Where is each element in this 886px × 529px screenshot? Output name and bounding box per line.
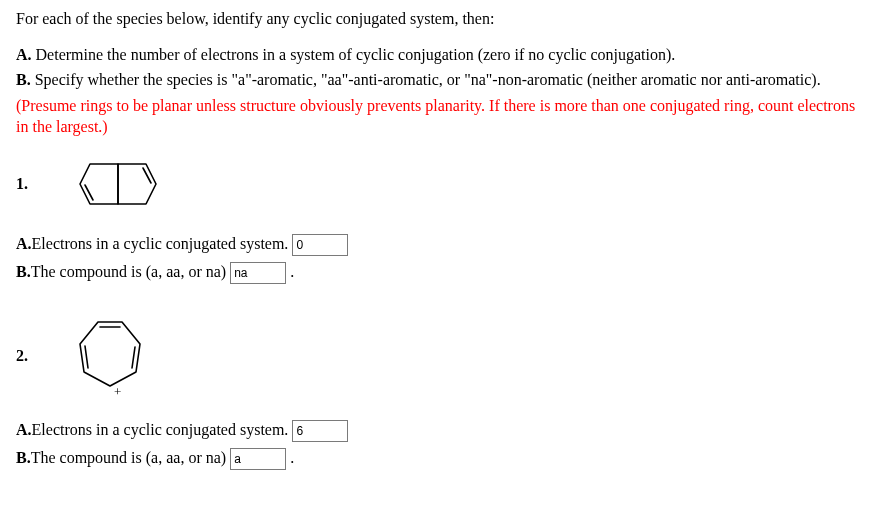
structure-1-icon	[66, 156, 176, 212]
part-b-text: B. Specify whether the species is "a"-ar…	[16, 69, 870, 91]
svg-marker-1	[118, 164, 156, 204]
structure-2-icon: +	[66, 314, 156, 398]
svg-line-7	[132, 347, 135, 368]
intro-text: For each of the species below, identify …	[16, 8, 870, 30]
q1-a-text: Electrons in a cyclic conjugated system.	[32, 235, 289, 252]
question-2-row: 2. +	[16, 314, 870, 398]
question-1-number: 1.	[16, 175, 66, 193]
q2-a-text: Electrons in a cyclic conjugated system.	[32, 421, 289, 438]
q1-answer-b: B.The compound is (a, aa, or na) .	[16, 262, 870, 284]
q2-electrons-input[interactable]	[292, 420, 348, 442]
part-a-label: A.	[16, 46, 32, 63]
q2-answer-a: A.Electrons in a cyclic conjugated syste…	[16, 420, 870, 442]
q1-b-prefix: B.	[16, 263, 31, 280]
part-b-label: B.	[16, 71, 31, 88]
charge-plus-label: +	[114, 384, 121, 398]
q1-b-text: The compound is (a, aa, or na)	[31, 263, 226, 280]
q1-electrons-input[interactable]	[292, 234, 348, 256]
question-1-row: 1.	[16, 156, 870, 212]
part-a-text: A. Determine the number of electrons in …	[16, 44, 870, 66]
svg-line-6	[85, 346, 88, 368]
q2-b-text: The compound is (a, aa, or na)	[31, 449, 226, 466]
q1-a-prefix: A.	[16, 235, 32, 252]
q2-answer-b: B.The compound is (a, aa, or na) .	[16, 448, 870, 470]
q2-b-period: .	[290, 449, 294, 466]
q2-type-input[interactable]	[230, 448, 286, 470]
q2-b-prefix: B.	[16, 449, 31, 466]
q1-b-period: .	[290, 263, 294, 280]
svg-marker-4	[80, 322, 140, 386]
q1-type-input[interactable]	[230, 262, 286, 284]
part-a-body: Determine the number of electrons in a s…	[36, 46, 676, 63]
q2-a-prefix: A.	[16, 421, 32, 438]
q1-answer-a: A.Electrons in a cyclic conjugated syste…	[16, 234, 870, 256]
part-b-body: Specify whether the species is "a"-aroma…	[35, 71, 821, 88]
hint-text: (Presume rings to be planar unless struc…	[16, 95, 870, 138]
question-2-number: 2.	[16, 347, 66, 365]
svg-marker-0	[80, 164, 118, 204]
